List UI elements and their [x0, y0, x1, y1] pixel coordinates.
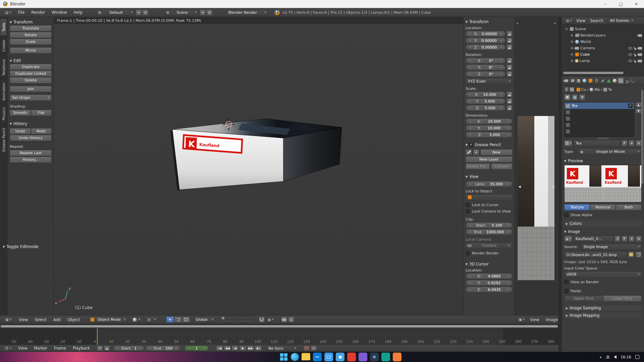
tab-object[interactable] — [588, 78, 593, 83]
layers-widget[interactable] — [222, 317, 253, 322]
outliner-row-scene[interactable]: ⊖Scene — [565, 26, 642, 32]
delete-frame-button[interactable]: Delete Fra... — [466, 163, 490, 170]
jump-to-end-button[interactable]: ▶| — [255, 346, 262, 351]
snap-element-dropdown[interactable]: ▦▾ — [266, 316, 276, 323]
new-image-button[interactable]: + — [629, 236, 635, 242]
cursor-field[interactable]: ◂Z:6.0435▸ — [466, 287, 513, 293]
outliner-row-world[interactable]: ⊕World — [565, 39, 642, 45]
taskbar-app-teal[interactable] — [381, 353, 390, 361]
menu-item[interactable]: File — [15, 8, 28, 17]
rotate-manipulator-button[interactable] — [174, 316, 182, 323]
outliner-scrollbar[interactable] — [563, 72, 624, 74]
jump-to-start-button[interactable]: |◀ — [216, 346, 223, 351]
remove-layout-button[interactable]: × — [142, 9, 149, 16]
notification-center-icon[interactable] — [635, 355, 639, 359]
scroll-right-icon[interactable]: ▸ — [554, 21, 556, 25]
taskbar-app-edge[interactable] — [291, 353, 299, 361]
snap-toggle-button[interactable] — [259, 316, 265, 323]
lock-button[interactable] — [506, 31, 513, 37]
renderability-icon[interactable] — [638, 60, 642, 62]
preview-both-button[interactable]: Both — [616, 204, 642, 210]
open-file-button[interactable] — [628, 251, 634, 258]
panel-header-image-sampling[interactable]: ▶Image Sampling — [564, 305, 642, 311]
properties-scrollbar[interactable] — [641, 90, 643, 184]
repeat-last-button[interactable]: Repeat Last — [10, 150, 52, 156]
lock-button[interactable] — [506, 105, 513, 111]
outliner-row-camera[interactable]: ⊕Camera — [565, 45, 642, 51]
scale-field[interactable]: ◂X:10.000▸ — [466, 92, 505, 98]
current-frame-field[interactable]: ◂1▸ — [184, 346, 209, 351]
lock-frame-button[interactable] — [104, 346, 110, 351]
taskbar-app-mail[interactable] — [324, 353, 333, 361]
fake-user-button[interactable]: F — [622, 140, 628, 146]
opengl-render-image-button[interactable] — [281, 316, 287, 323]
renderability-icon[interactable] — [638, 47, 642, 50]
cursor-field[interactable]: ◂Y:0.9293▸ — [466, 280, 513, 286]
visibility-icon[interactable] — [628, 53, 632, 56]
expand-icon[interactable]: ⊕ — [570, 34, 574, 37]
shade-smooth-button[interactable]: Smooth — [10, 110, 31, 116]
editor-type-icon[interactable]: ▤▾ — [3, 9, 13, 16]
frame-start-field[interactable]: ◂Start:1▸ — [113, 346, 144, 351]
lower-first-button[interactable]: Lower First — [603, 295, 642, 302]
undo-history-button[interactable]: Undo History — [10, 135, 52, 141]
minimize-button[interactable]: – — [598, 0, 613, 8]
lock-to-cursor-toggle[interactable]: Lock to Cursor — [466, 202, 513, 208]
tool-button[interactable]: Rotate — [10, 32, 52, 38]
editor-type-icon[interactable]: ▣▾ — [517, 316, 527, 323]
location-field[interactable]: ◂Z:0.00000▸ — [466, 44, 505, 50]
image-fake-user-button[interactable]: F — [622, 236, 628, 242]
render-icon[interactable] — [638, 34, 642, 37]
dimension-field[interactable]: ◂X:20.000▸ — [466, 118, 513, 124]
add-scene-button[interactable]: + — [200, 9, 206, 16]
cube-object[interactable]: K Kaufland — [170, 119, 342, 191]
tab-particles[interactable] — [624, 78, 630, 83]
expand-icon[interactable]: ⊕ — [570, 46, 574, 50]
menu-item[interactable]: Select — [31, 315, 50, 324]
image-users-button[interactable]: 2 — [614, 236, 621, 242]
pivot-dropdown[interactable]: ◎▾ — [145, 316, 158, 323]
lock-object-field[interactable] — [466, 194, 513, 200]
remove-scene-button[interactable]: × — [206, 9, 213, 16]
world-textures-button[interactable] — [572, 94, 578, 101]
render-border-toggle[interactable]: Render Border — [466, 250, 513, 256]
menu-item[interactable]: Object — [64, 315, 83, 324]
tab-object-data[interactable] — [606, 78, 611, 83]
menu-item[interactable]: Help — [70, 8, 86, 17]
play-button[interactable]: ▶ — [239, 346, 247, 351]
tab-texture[interactable] — [618, 78, 624, 83]
tab-world[interactable] — [582, 78, 587, 83]
auto-keyframe-button[interactable] — [304, 346, 310, 351]
history-menu-button[interactable]: History... — [10, 157, 52, 163]
renderability-icon[interactable] — [638, 53, 642, 56]
texture-slot-empty[interactable] — [565, 109, 634, 115]
start-button[interactable] — [279, 353, 288, 361]
translate-manipulator-button[interactable]: + — [166, 316, 174, 323]
transform-orientation-dropdown[interactable]: Global▾ — [194, 316, 216, 323]
tab-render[interactable] — [564, 78, 569, 83]
selectability-icon[interactable] — [634, 52, 637, 57]
texture-slot-empty[interactable] — [565, 115, 634, 122]
screen-layout-selector[interactable]: ▦Default▾ — [96, 9, 135, 16]
menu-item[interactable]: Image — [542, 315, 558, 324]
redo-button[interactable]: Redo — [31, 128, 52, 134]
render-engine-selector[interactable]: Blender Render▾ — [226, 9, 268, 16]
taskbar-app-explorer[interactable] — [302, 354, 310, 360]
texture-type-dropdown[interactable]: ▣Image or Movie▾ — [578, 148, 642, 155]
texture-slot-empty[interactable] — [565, 122, 634, 128]
context-cycle-button[interactable]: ↕ — [564, 87, 569, 92]
lock-button[interactable] — [506, 64, 513, 70]
keying-set-button[interactable] — [311, 346, 317, 351]
unlink-texture-button[interactable]: × — [636, 140, 642, 146]
timeline-scrollbar[interactable] — [1, 325, 558, 327]
lock-camera-toggle[interactable]: Lock Camera to View — [466, 208, 513, 215]
outliner-row-cube[interactable]: ⊕Cube — [565, 51, 642, 58]
scale-field[interactable]: ◂Y:5.000▸ — [466, 98, 505, 104]
material-textures-button[interactable] — [564, 94, 571, 101]
layer-group-1[interactable] — [222, 317, 236, 322]
texture-slot-empty[interactable] — [565, 128, 634, 134]
tray-expand-icon[interactable]: ∧ — [599, 355, 602, 359]
taskbar-app-red[interactable] — [347, 353, 356, 361]
tool-tab-tools[interactable]: Tools — [0, 18, 7, 36]
tool-button[interactable]: Duplicate — [10, 64, 52, 70]
